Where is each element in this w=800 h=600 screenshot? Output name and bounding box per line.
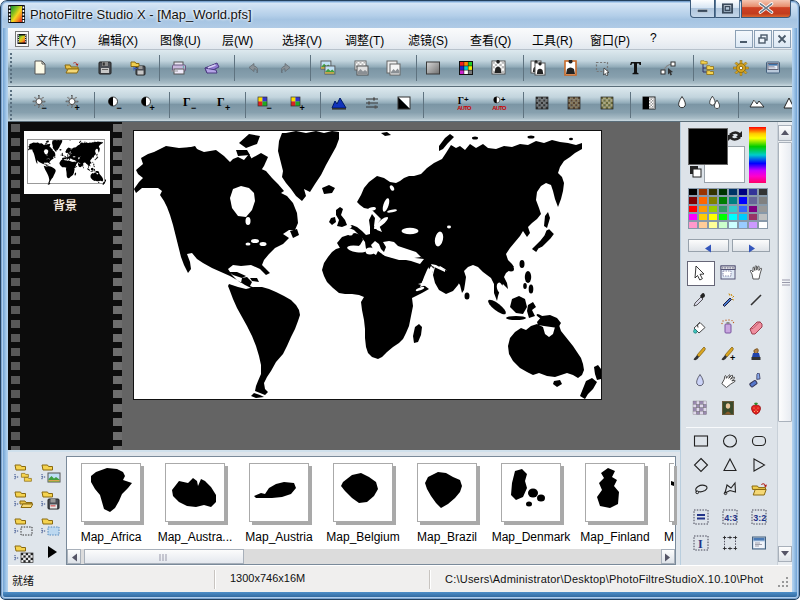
svg-text:−: − (267, 103, 272, 112)
svg-text:+: + (300, 103, 305, 112)
svg-text:4:3: 4:3 (724, 513, 737, 523)
svg-text:3:2: 3:2 (753, 513, 766, 523)
svg-text:−: − (42, 103, 47, 112)
svg-text:Γ: Γ (217, 95, 225, 109)
svg-text:+: + (75, 103, 80, 112)
svg-text:+: + (225, 103, 230, 112)
svg-text:−: − (191, 103, 196, 112)
svg-text:+: + (150, 103, 155, 112)
svg-text:+: + (730, 353, 735, 362)
svg-text:AUTO: AUTO (457, 105, 472, 111)
svg-text:+: + (464, 95, 469, 104)
svg-text:−: − (117, 103, 122, 112)
svg-text:+: + (501, 95, 506, 104)
svg-text:I: I (698, 537, 703, 551)
svg-text:Γ: Γ (183, 95, 191, 109)
svg-text:AUTO: AUTO (492, 105, 507, 111)
